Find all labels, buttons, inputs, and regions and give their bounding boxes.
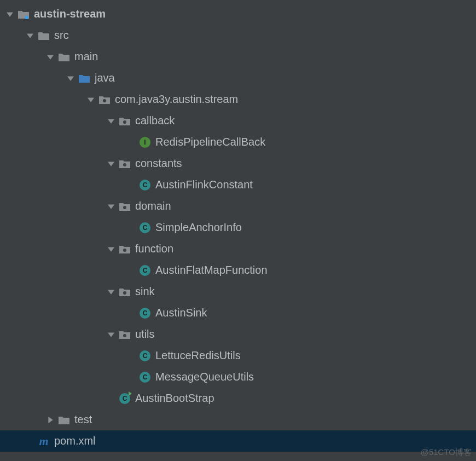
svg-marker-11 xyxy=(108,204,114,209)
tree-item-label: MessageQueueUtils xyxy=(155,371,254,383)
chevron-down-icon[interactable] xyxy=(86,95,95,104)
tree-row[interactable]: austin-stream xyxy=(0,3,476,25)
tree-row[interactable]: domain xyxy=(0,195,476,217)
svg-marker-4 xyxy=(67,76,74,80)
tree-item-label: main xyxy=(74,50,98,63)
tree-item-label: AustinSink xyxy=(155,307,207,319)
svg-point-14 xyxy=(123,249,126,252)
package-icon xyxy=(119,158,131,170)
svg-point-12 xyxy=(123,206,126,209)
tree-item-label: SimpleAnchorInfo xyxy=(155,221,242,234)
tree-item-label: LettuceRedisUtils xyxy=(155,349,241,362)
chevron-down-icon[interactable] xyxy=(107,159,115,168)
project-tree[interactable]: austin-stream src main java com.java3y.a… xyxy=(0,0,476,452)
tree-row[interactable]: CMessageQueueUtils xyxy=(0,366,476,388)
tree-row[interactable]: CAustinFlinkConstant xyxy=(0,174,476,195)
tree-row[interactable]: main xyxy=(0,46,476,67)
tree-row[interactable]: CAustinBootStrap xyxy=(0,388,476,409)
svg-marker-17 xyxy=(108,332,114,337)
svg-marker-19 xyxy=(48,417,53,423)
tree-item-label: pom.xml xyxy=(54,435,96,447)
class-icon: C xyxy=(139,179,151,191)
source-folder-icon xyxy=(78,72,90,84)
tree-item-label: test xyxy=(74,413,92,426)
svg-marker-5 xyxy=(88,97,94,102)
tree-item-label: utils xyxy=(135,328,155,341)
svg-marker-15 xyxy=(108,290,114,294)
tree-row[interactable]: CAustinSink xyxy=(0,302,476,324)
tree-row[interactable]: CSimpleAnchorInfo xyxy=(0,217,476,238)
svg-point-8 xyxy=(123,120,126,124)
chevron-right-icon[interactable] xyxy=(46,416,55,424)
class-icon: C xyxy=(139,264,151,276)
package-icon xyxy=(119,115,131,127)
tree-row[interactable]: test xyxy=(0,409,476,430)
svg-marker-13 xyxy=(108,247,114,251)
tree-item-label: sink xyxy=(135,285,155,298)
tree-row[interactable]: src xyxy=(0,25,476,46)
folder-icon xyxy=(38,30,50,42)
tree-item-label: src xyxy=(54,29,69,42)
svg-marker-9 xyxy=(108,162,114,166)
tree-row[interactable]: java xyxy=(0,67,476,89)
tree-item-label: callback xyxy=(135,114,175,127)
package-icon xyxy=(119,329,131,341)
chevron-down-icon[interactable] xyxy=(26,31,34,40)
tree-row[interactable]: IRedisPipelineCallBack xyxy=(0,131,476,153)
chevron-down-icon[interactable] xyxy=(66,74,75,83)
tree-row[interactable]: function xyxy=(0,238,476,260)
package-icon xyxy=(119,243,131,255)
maven-file-icon: m xyxy=(38,435,50,447)
module-icon xyxy=(18,8,30,20)
tree-item-label: function xyxy=(135,243,173,255)
tree-item-label: AustinFlinkConstant xyxy=(155,178,253,191)
svg-marker-7 xyxy=(108,119,114,123)
tree-row[interactable]: CLettuceRedisUtils xyxy=(0,345,476,366)
tree-row[interactable]: utils xyxy=(0,324,476,345)
folder-icon xyxy=(58,51,70,63)
chevron-down-icon[interactable] xyxy=(107,330,115,339)
folder-icon xyxy=(58,414,70,426)
package-icon xyxy=(119,200,131,212)
tree-item-label: domain xyxy=(135,200,171,212)
chevron-down-icon[interactable] xyxy=(46,53,55,61)
tree-item-label: RedisPipelineCallBack xyxy=(155,136,265,148)
package-icon xyxy=(119,286,131,298)
tree-row[interactable]: com.java3y.austin.stream xyxy=(0,89,476,110)
svg-rect-1 xyxy=(25,16,28,19)
svg-marker-3 xyxy=(47,55,54,59)
class-icon: C xyxy=(139,307,151,319)
tree-item-label: java xyxy=(95,72,115,84)
svg-marker-0 xyxy=(7,12,13,16)
chevron-down-icon[interactable] xyxy=(107,287,115,296)
tree-item-label: AustinFlatMapFunction xyxy=(155,264,268,276)
runnable-class-icon: C xyxy=(119,393,131,405)
tree-row[interactable]: callback xyxy=(0,110,476,131)
tree-item-label: austin-stream xyxy=(34,8,106,20)
tree-item-label: constants xyxy=(135,157,182,170)
package-icon xyxy=(98,94,111,106)
tree-row[interactable]: mpom.xml xyxy=(0,430,476,452)
class-icon: C xyxy=(139,350,151,362)
chevron-down-icon[interactable] xyxy=(107,202,115,211)
tree-item-label: AustinBootStrap xyxy=(135,392,214,405)
chevron-down-icon[interactable] xyxy=(5,10,14,19)
watermark: @51CTO博客 xyxy=(421,447,472,458)
chevron-down-icon[interactable] xyxy=(107,117,115,125)
svg-point-16 xyxy=(123,291,126,295)
chevron-down-icon[interactable] xyxy=(107,245,115,253)
tree-item-label: com.java3y.austin.stream xyxy=(115,93,238,106)
svg-point-18 xyxy=(123,334,126,337)
class-icon: C xyxy=(139,371,151,383)
svg-marker-2 xyxy=(27,33,33,38)
tree-row[interactable]: sink xyxy=(0,281,476,302)
svg-point-6 xyxy=(103,99,106,102)
class-icon: C xyxy=(139,222,151,234)
tree-row[interactable]: CAustinFlatMapFunction xyxy=(0,260,476,281)
tree-row[interactable]: constants xyxy=(0,153,476,174)
interface-icon: I xyxy=(139,136,151,148)
svg-point-10 xyxy=(123,163,126,166)
